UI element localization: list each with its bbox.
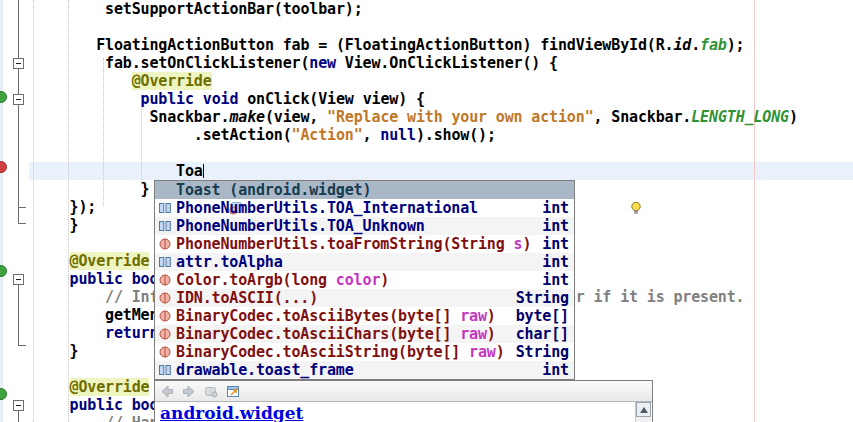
completion-item[interactable]: PhoneNumberUtils.TOA_Unknownint: [155, 217, 574, 235]
code-line[interactable]: }: [34, 342, 78, 360]
method-icon: [158, 309, 172, 323]
text-caret: [203, 164, 204, 178]
completion-item-label: BinaryCodec.toAsciiString(byte[] raw): [176, 343, 505, 361]
code-line[interactable]: .setAction("Action", null).show();: [34, 126, 496, 144]
code-line[interactable]: setSupportActionBar(toolbar);: [34, 0, 363, 18]
completion-item-type: String: [516, 289, 574, 307]
doc-content: android.widget: [155, 402, 652, 422]
doc-scrollbar[interactable]: [635, 402, 651, 422]
completion-item-label: PhoneNumberUtils.TOA_Unknown: [176, 217, 425, 235]
doc-package-link[interactable]: android.widget: [160, 403, 303, 422]
completion-item[interactable]: BinaryCodec.toAsciiBytes(byte[] raw)byte…: [155, 307, 574, 325]
field-icon: [158, 363, 172, 377]
completion-item[interactable]: drawable.toast_frameint: [155, 361, 574, 379]
code-line[interactable]: }: [34, 216, 78, 234]
completion-item-label: Color.toArgb(long color): [176, 271, 389, 289]
completion-item[interactable]: BinaryCodec.toAsciiChars(byte[] raw)char…: [155, 325, 574, 343]
completion-item-label: drawable.toast_frame: [176, 361, 354, 379]
ide-editor: setSupportActionBar(toolbar); FloatingAc…: [0, 0, 853, 422]
completion-item-type: int: [542, 199, 574, 217]
code-line[interactable]: @Override: [34, 378, 149, 396]
completion-item-label: IDN.toASCII(...): [176, 289, 318, 307]
lightbulb-icon[interactable]: [559, 183, 571, 197]
code-line[interactable]: Snackbar.make(view, "Replace with your o…: [34, 108, 798, 126]
completion-item-type: int: [542, 217, 574, 235]
completion-item[interactable]: PhoneNumberUtils.TOA_Internationalint: [155, 199, 574, 217]
code-line[interactable]: @Override: [34, 252, 149, 270]
source-icon[interactable]: [203, 384, 219, 399]
completion-item[interactable]: attr.toAlphaint: [155, 253, 574, 271]
method-icon: [158, 345, 172, 359]
method-icon: [158, 273, 172, 287]
method-icon: [158, 291, 172, 305]
completion-item[interactable]: Color.toArgb(long color)int: [155, 271, 574, 289]
code-line[interactable]: public void onClick(View view) {: [34, 90, 425, 108]
completion-item-type: int: [542, 361, 574, 379]
completion-popup: Toast (android.widget) PhoneNumberUtils.…: [154, 180, 575, 380]
completion-item-type: String: [516, 343, 574, 361]
completion-item-label: PhoneNumberUtils.TOA_International: [176, 199, 478, 217]
field-icon: [158, 255, 172, 269]
completion-item[interactable]: BinaryCodec.toAsciiString(byte[] raw)Str…: [155, 343, 574, 361]
doc-toolbar: [155, 381, 652, 402]
method-icon: [158, 237, 172, 251]
completion-item[interactable]: PhoneNumberUtils.toaFromString(String s)…: [155, 235, 574, 253]
completion-item-type: int: [542, 235, 574, 253]
field-icon: [158, 201, 172, 215]
completion-item[interactable]: IDN.toASCII(...)String: [155, 289, 574, 307]
completion-item-selected[interactable]: Toast (android.widget): [155, 181, 574, 199]
completion-item-type: int: [542, 271, 574, 289]
code-line[interactable]: fab.setOnClickListener(new View.OnClickL…: [34, 54, 558, 72]
field-icon: [158, 219, 172, 233]
code-line[interactable]: }: [34, 180, 149, 198]
method-icon: [158, 327, 172, 341]
completion-item-label: Toast (android.widget): [176, 181, 371, 199]
completion-item-type: int: [542, 253, 574, 271]
completion-item-label: BinaryCodec.toAsciiBytes(byte[] raw): [176, 307, 496, 325]
completion-item-type: byte[]: [516, 307, 574, 325]
popup-window-icon[interactable]: [225, 384, 241, 399]
class-icon: [158, 183, 172, 197]
code-line[interactable]: @Override: [34, 72, 212, 90]
completion-item-label: BinaryCodec.toAsciiChars(byte[] raw): [176, 325, 496, 343]
code-line[interactable]: Toa: [34, 162, 204, 180]
back-icon[interactable]: [159, 384, 175, 399]
code-line[interactable]: FloatingActionButton fab = (FloatingActi…: [34, 36, 745, 54]
quick-doc-panel: android.widget: [154, 380, 653, 422]
completion-item-label: attr.toAlpha: [176, 253, 283, 271]
completion-list: PhoneNumberUtils.TOA_InternationalintPho…: [155, 199, 574, 379]
scroll-up-button[interactable]: [636, 402, 651, 417]
code-line[interactable]: });: [34, 198, 96, 216]
completion-item-label: PhoneNumberUtils.toaFromString(String s): [176, 235, 531, 253]
completion-item-type: char[]: [516, 325, 574, 343]
forward-icon[interactable]: [181, 384, 197, 399]
